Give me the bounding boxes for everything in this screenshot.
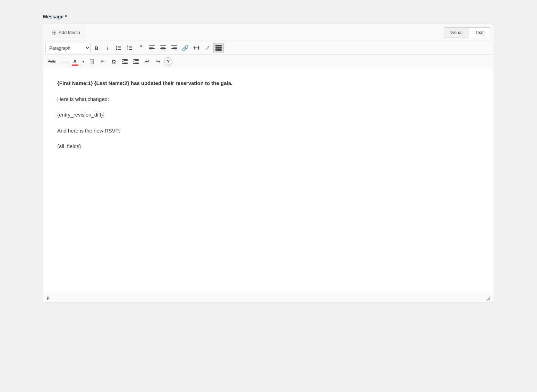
svg-rect-30: [122, 59, 128, 60]
svg-marker-34: [122, 61, 123, 62]
svg-rect-35: [133, 59, 139, 60]
svg-rect-27: [215, 45, 222, 46]
paste-from-word-btn[interactable]: 📋: [86, 56, 97, 67]
align-right-icon: [171, 45, 177, 50]
svg-rect-31: [123, 60, 128, 61]
svg-rect-29: [215, 49, 222, 51]
content-allfields-paragraph: {all_fields}: [57, 142, 480, 151]
bold-btn[interactable]: B: [91, 43, 102, 53]
svg-rect-9: [129, 48, 132, 48]
outdent-btn[interactable]: [131, 56, 141, 67]
svg-rect-4: [116, 49, 117, 50]
svg-rect-26: [198, 46, 199, 50]
align-left-btn[interactable]: [147, 43, 157, 53]
svg-rect-23: [174, 50, 177, 50]
editor-container: ⊞ Add Media Visual Text Paragraph Headin…: [43, 24, 494, 303]
svg-rect-0: [116, 46, 117, 47]
editor-topbar: ⊞ Add Media Visual Text: [43, 24, 494, 41]
align-center-icon: [160, 45, 166, 50]
svg-rect-36: [135, 60, 139, 61]
italic-btn[interactable]: I: [102, 43, 113, 53]
svg-rect-17: [161, 47, 165, 48]
toolbar-row-2: ABC — A ▼ 📋 ✏ Ω: [43, 55, 494, 68]
svg-rect-2: [116, 48, 117, 49]
ordered-list-icon: 1 2 3: [127, 45, 133, 50]
horizontal-rule-btn[interactable]: —: [59, 56, 69, 67]
tab-text[interactable]: Text: [469, 27, 490, 37]
align-left-icon: [149, 45, 155, 50]
paragraph-select[interactable]: Paragraph Heading 1 Heading 2 Heading 3 …: [45, 43, 91, 53]
svg-rect-21: [173, 47, 177, 48]
indent-icon: [122, 59, 128, 64]
editor-statusbar: P: [43, 294, 494, 302]
page-wrapper: Message * ⊞ Add Media Visual Text Paragr…: [43, 14, 494, 303]
svg-rect-20: [171, 45, 177, 46]
strikethrough-btn[interactable]: ABC: [45, 56, 58, 67]
ordered-list-btn[interactable]: 1 2 3: [125, 43, 135, 53]
toggle-toolbar-icon: [215, 45, 222, 51]
svg-rect-22: [171, 48, 177, 49]
all-fields-text: {all_fields}: [57, 143, 81, 149]
field-label: Message *: [43, 14, 494, 19]
bold-text: {First Name:1} {Last Name:2} has updated…: [57, 80, 232, 86]
element-indicator: P: [47, 296, 50, 301]
svg-marker-39: [133, 61, 134, 62]
svg-rect-25: [194, 46, 195, 50]
align-center-btn[interactable]: [158, 43, 168, 53]
help-btn[interactable]: ?: [164, 57, 172, 66]
unordered-list-btn[interactable]: [113, 43, 124, 53]
tab-visual[interactable]: Visual: [444, 27, 469, 37]
view-tabs: Visual Text: [444, 27, 490, 37]
here-is-what-changed-text: Here is what changed:: [57, 96, 109, 102]
align-right-btn[interactable]: [169, 43, 179, 53]
svg-text:3: 3: [127, 49, 128, 50]
svg-rect-32: [123, 62, 128, 62]
content-changed-paragraph: Here is what changed:: [57, 95, 480, 104]
content-bold-paragraph: {First Name:1} {Last Name:2} has updated…: [57, 79, 480, 88]
svg-rect-37: [135, 62, 139, 62]
svg-rect-16: [160, 45, 166, 46]
svg-rect-5: [118, 49, 121, 50]
text-cursor: [103, 112, 103, 118]
svg-rect-11: [129, 49, 132, 50]
svg-rect-19: [161, 50, 165, 50]
svg-rect-28: [215, 47, 222, 49]
entry-revision-diff-text: {entry_revision_diff}: [57, 112, 103, 118]
resize-handle[interactable]: [486, 296, 490, 300]
svg-rect-13: [149, 47, 153, 48]
toggle-toolbar-btn[interactable]: [213, 43, 224, 53]
add-media-button[interactable]: ⊞ Add Media: [47, 27, 85, 38]
add-media-icon: ⊞: [52, 29, 57, 36]
content-diff-paragraph: {entry_revision_diff}: [57, 110, 480, 119]
svg-rect-3: [118, 48, 121, 48]
add-media-label: Add Media: [59, 30, 80, 35]
editor-content[interactable]: {First Name:1} {Last Name:2} has updated…: [43, 68, 494, 294]
special-char-btn[interactable]: Ω: [109, 56, 119, 67]
redo-btn[interactable]: ↪: [153, 56, 163, 67]
more-btn[interactable]: [191, 43, 202, 53]
content-rsvp-paragraph: And here is the new RSVP:: [57, 126, 480, 135]
unordered-list-icon: [116, 45, 121, 50]
indent-btn[interactable]: [120, 56, 130, 67]
undo-btn[interactable]: ↩: [142, 56, 152, 67]
link-btn[interactable]: 🔗: [180, 43, 190, 53]
and-here-is-rsvp-text: And here is the new RSVP:: [57, 128, 120, 134]
svg-rect-12: [149, 45, 155, 46]
fullscreen-btn[interactable]: ⤢: [202, 43, 213, 53]
svg-rect-14: [149, 48, 155, 49]
text-color-btn[interactable]: A: [70, 56, 80, 67]
clear-formatting-btn[interactable]: ✏: [97, 56, 108, 67]
svg-rect-7: [129, 46, 132, 46]
text-color-dropdown-btn[interactable]: ▼: [81, 56, 86, 67]
svg-rect-33: [122, 63, 128, 64]
svg-rect-15: [149, 50, 152, 50]
svg-rect-18: [160, 48, 166, 49]
blockquote-btn[interactable]: ": [136, 43, 146, 53]
more-icon: [193, 46, 199, 50]
outdent-icon: [133, 59, 139, 64]
svg-rect-38: [133, 63, 139, 64]
text-color-underline: [72, 65, 78, 66]
svg-rect-1: [118, 46, 121, 46]
toolbar-row-1: Paragraph Heading 1 Heading 2 Heading 3 …: [43, 41, 494, 55]
toolbar-wrapper: Paragraph Heading 1 Heading 2 Heading 3 …: [43, 41, 494, 68]
